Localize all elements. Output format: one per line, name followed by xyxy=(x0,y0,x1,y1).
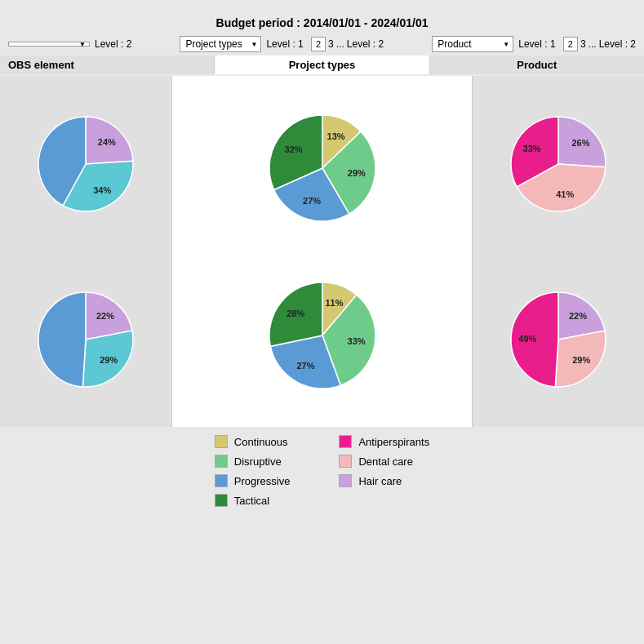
center-level-btn-2[interactable]: 2 xyxy=(311,37,326,51)
left-col-header: OBS element xyxy=(0,56,214,74)
main-content: 24%34% 22%29% 13%29%27%32% 11%33%27%28% … xyxy=(0,76,644,427)
right-level-ellipsis: ... xyxy=(588,38,597,50)
svg-text:33%: 33% xyxy=(523,143,541,153)
svg-text:41%: 41% xyxy=(556,189,574,198)
legend-label: Disruptive xyxy=(234,455,282,468)
right-level-label1: Level : 1 xyxy=(518,38,555,50)
right-level-btn-2[interactable]: 2 xyxy=(563,37,578,51)
right-top-chart-container: 26%41%33% xyxy=(473,76,644,251)
legend-item: Antiperspirants xyxy=(339,435,429,448)
svg-text:32%: 32% xyxy=(284,144,302,154)
center-dropdown[interactable]: Project types xyxy=(180,36,261,52)
legend-item: Dental care xyxy=(339,455,429,468)
center-panel: 13%29%27%32% 11%33%27%28% xyxy=(171,76,473,427)
center-top-chart-container: 13%29%27%32% xyxy=(172,84,472,251)
left-control-group: Level : 2 xyxy=(8,38,131,50)
center-col-header: Project types xyxy=(214,56,429,74)
left-chart-row: 24%34% 22%29% xyxy=(0,76,171,427)
right-panel: 26%41%33% 22%29%49% xyxy=(473,76,644,427)
svg-text:33%: 33% xyxy=(347,336,365,346)
legend-swatch xyxy=(339,474,352,487)
left-bottom-pie: 22%29% xyxy=(29,282,143,397)
svg-text:11%: 11% xyxy=(325,298,343,308)
left-top-pie: 24%34% xyxy=(29,107,143,221)
left-bottom-chart-container: 22%29% xyxy=(0,251,171,427)
svg-text:27%: 27% xyxy=(303,196,321,206)
left-level-controls: Level : 2 xyxy=(95,38,131,50)
page-header: Budget period : 2014/01/01 - 2024/01/01 xyxy=(0,0,644,36)
legend-swatch xyxy=(339,435,352,448)
legend-swatch xyxy=(215,455,228,468)
svg-text:27%: 27% xyxy=(296,360,314,370)
column-headers: OBS element Project types Product xyxy=(0,56,644,74)
legend-label: Continuous xyxy=(234,436,288,448)
legend-item: Tactical xyxy=(215,494,291,507)
center-level-num-3: 3 xyxy=(328,38,334,50)
right-control-group: Product Level : 1 2 3 ... Level : 2 xyxy=(432,36,636,52)
left-panel: 24%34% 22%29% xyxy=(0,76,171,427)
right-dropdown-label: Product xyxy=(437,38,471,50)
right-chart-row: 26%41%33% 22%29%49% xyxy=(473,76,644,427)
svg-text:28%: 28% xyxy=(286,309,304,318)
left-level-label: Level : 2 xyxy=(95,38,131,50)
legend-left-col: ContinuousDisruptiveProgressiveTactical xyxy=(215,435,291,507)
svg-text:13%: 13% xyxy=(326,131,344,141)
page: Budget period : 2014/01/01 - 2024/01/01 … xyxy=(0,0,644,644)
right-bottom-pie: 22%29%49% xyxy=(501,282,615,397)
center-level-ellipsis: ... xyxy=(336,38,344,50)
svg-text:26%: 26% xyxy=(571,138,589,148)
legend-swatch xyxy=(339,455,352,468)
center-level-controls: Level : 1 2 3 ... Level : 2 xyxy=(266,37,384,51)
svg-text:29%: 29% xyxy=(100,354,118,364)
svg-text:24%: 24% xyxy=(98,136,116,146)
svg-text:29%: 29% xyxy=(572,354,590,364)
center-level-label1: Level : 1 xyxy=(266,38,303,50)
center-bottom-pie: 11%33%27%28% xyxy=(257,270,388,401)
center-bottom-chart-container: 11%33%27%28% xyxy=(172,251,472,419)
legend-swatch xyxy=(215,474,228,487)
legend-swatch xyxy=(215,435,228,448)
legend-label: Antiperspirants xyxy=(358,436,429,448)
center-control-group: Project types Level : 1 2 3 ... Level : … xyxy=(180,36,384,52)
legend-right-col: AntiperspirantsDental careHair care xyxy=(339,435,429,507)
legend-label: Tactical xyxy=(234,495,269,507)
legend-item: Progressive xyxy=(215,474,291,487)
right-dropdown[interactable]: Product xyxy=(432,36,513,52)
svg-text:34%: 34% xyxy=(93,184,111,194)
center-top-pie: 13%29%27%32% xyxy=(257,103,388,233)
legend-item: Hair care xyxy=(339,474,429,487)
legend-label: Dental care xyxy=(358,455,412,468)
legend-label: Hair care xyxy=(358,475,402,487)
right-col-header: Product xyxy=(430,56,644,74)
center-level-label2: Level : 2 xyxy=(347,38,384,50)
legend-swatch xyxy=(215,494,228,507)
right-bottom-chart-container: 22%29%49% xyxy=(473,251,644,427)
right-level-label2: Level : 2 xyxy=(599,38,636,50)
legend-label: Progressive xyxy=(234,475,291,487)
svg-text:49%: 49% xyxy=(518,333,536,343)
budget-period-title: Budget period : 2014/01/01 - 2024/01/01 xyxy=(216,16,429,29)
left-top-chart-container: 24%34% xyxy=(0,76,171,251)
right-level-num-3: 3 xyxy=(580,38,586,50)
legend-item: Continuous xyxy=(215,435,291,448)
left-dropdown[interactable] xyxy=(8,42,90,47)
legend-section: ContinuousDisruptiveProgressiveTactical … xyxy=(0,427,644,515)
svg-text:29%: 29% xyxy=(347,167,365,177)
right-top-pie: 26%41%33% xyxy=(501,107,615,221)
controls-row: Level : 2 Project types Level : 1 2 3 ..… xyxy=(0,36,644,52)
center-dropdown-label: Project types xyxy=(185,38,242,50)
right-level-controls: Level : 1 2 3 ... Level : 2 xyxy=(518,37,636,51)
svg-text:22%: 22% xyxy=(96,310,114,320)
svg-text:22%: 22% xyxy=(569,310,587,320)
legend-item: Disruptive xyxy=(215,455,291,468)
